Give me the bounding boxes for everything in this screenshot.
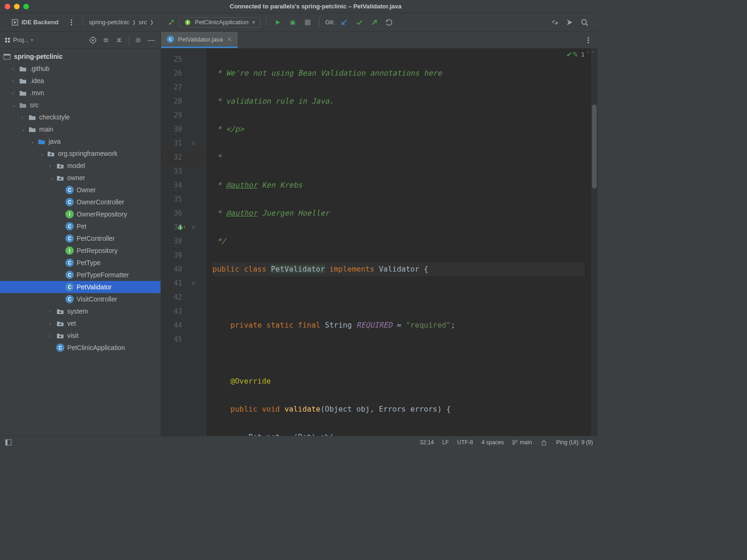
project-tree[interactable]: spring-petclinic›.github›.idea›.mvn⌄src›… <box>0 49 161 436</box>
gutter-line-number[interactable]: 28 <box>161 94 205 108</box>
tree-item[interactable]: ›.github <box>0 63 161 75</box>
tree-arrow-icon[interactable]: › <box>49 333 56 338</box>
breadcrumb-segment[interactable]: spring-petclinic <box>89 19 129 26</box>
gutter[interactable]: 25262728293031⊟323334353637⊟I↑38394041⊟4… <box>161 49 206 436</box>
file-encoding[interactable]: UTF-8 <box>457 439 473 446</box>
gutter-line-number[interactable]: 40 <box>161 262 205 276</box>
git-branch[interactable]: main <box>512 439 532 446</box>
run-anything-icon[interactable] <box>564 17 575 28</box>
tree-root[interactable]: spring-petclinic <box>0 50 161 63</box>
fold-icon[interactable]: ⊟ <box>192 136 195 150</box>
tree-item[interactable]: ›model <box>0 160 161 172</box>
tree-item[interactable]: ⌄main <box>0 123 161 135</box>
gutter-line-number[interactable]: 36 <box>161 206 205 220</box>
tree-arrow-icon[interactable]: › <box>12 66 19 71</box>
line-separator[interactable]: LF <box>442 439 449 446</box>
tree-item[interactable]: ›.mvn <box>0 87 161 99</box>
expand-all-icon[interactable] <box>100 35 112 46</box>
hide-panel-icon[interactable]: — <box>146 35 157 46</box>
kebab-menu-icon[interactable] <box>66 17 77 28</box>
tree-arrow-icon[interactable]: › <box>49 309 56 314</box>
search-icon[interactable] <box>579 17 590 28</box>
tree-item[interactable]: IPetRepository <box>0 245 161 257</box>
tree-arrow-icon[interactable]: › <box>49 163 56 168</box>
tree-item[interactable]: ›.idea <box>0 75 161 87</box>
fold-icon[interactable]: ⊟ <box>192 276 195 290</box>
scrollbar-thumb[interactable] <box>592 105 597 189</box>
gutter-line-number[interactable]: 37⊟I↑ <box>161 220 205 234</box>
gutter-line-number[interactable]: 38 <box>161 234 205 248</box>
tree-item[interactable]: CPetController <box>0 232 161 245</box>
tree-arrow-icon[interactable]: ⌄ <box>12 103 19 108</box>
gutter-line-number[interactable]: 43 <box>161 304 205 318</box>
editor-tab[interactable]: C PetValidator.java ✕ <box>161 32 238 48</box>
collapse-all-icon[interactable] <box>113 35 125 46</box>
tree-item[interactable]: CVisitController <box>0 293 161 305</box>
run-button[interactable] <box>272 17 283 28</box>
gutter-line-number[interactable]: 45 <box>161 332 205 346</box>
indent-setting[interactable]: 4 spaces <box>481 439 504 446</box>
settings-icon[interactable] <box>549 17 560 28</box>
git-push-icon[interactable] <box>368 17 380 28</box>
tree-item[interactable]: CPetValidator <box>0 281 161 293</box>
gutter-line-number[interactable]: 29 <box>161 108 205 122</box>
chevron-up-icon[interactable]: ˆ <box>587 51 589 58</box>
gutter-line-number[interactable]: 33 <box>161 164 205 178</box>
tree-item[interactable]: COwnerController <box>0 196 161 208</box>
tree-arrow-icon[interactable]: › <box>21 115 28 120</box>
tree-item[interactable]: ›visit <box>0 329 161 342</box>
breadcrumb-segment[interactable]: src <box>139 19 147 26</box>
run-config-selector[interactable]: PetClinicApplication ▾ <box>179 17 261 28</box>
tree-arrow-icon[interactable]: › <box>12 78 19 84</box>
gutter-line-number[interactable]: 27 <box>161 80 205 94</box>
tree-item[interactable]: CPetTypeFormatter <box>0 269 161 281</box>
tree-item[interactable]: IOwnerRepository <box>0 208 161 220</box>
gutter-line-number[interactable]: 25 <box>161 52 205 66</box>
close-window-button[interactable] <box>5 4 10 9</box>
gutter-line-number[interactable]: 30 <box>161 122 205 136</box>
git-update-icon[interactable] <box>338 17 350 28</box>
read-only-icon[interactable] <box>540 439 548 446</box>
tree-arrow-icon[interactable]: ⌄ <box>31 139 37 144</box>
build-icon[interactable] <box>168 19 175 26</box>
tree-arrow-icon[interactable]: ⌄ <box>40 151 47 156</box>
gutter-line-number[interactable]: 34 <box>161 178 205 192</box>
code-content[interactable]: * We're not using Bean Validation annota… <box>206 49 591 436</box>
tree-item[interactable]: ›vet <box>0 317 161 329</box>
gutter-line-number[interactable]: 31⊟ <box>161 136 205 150</box>
git-history-icon[interactable] <box>383 17 395 28</box>
gutter-line-number[interactable]: 35 <box>161 192 205 206</box>
override-icon[interactable]: I↑ <box>178 220 186 234</box>
fold-icon[interactable]: ⊟ <box>192 220 195 234</box>
tree-item[interactable]: ⌄org.springframework <box>0 147 161 160</box>
gutter-line-number[interactable]: 42 <box>161 290 205 304</box>
tree-item[interactable]: CPet <box>0 220 161 232</box>
tree-item[interactable]: ⌄src <box>0 99 161 111</box>
debug-button[interactable] <box>287 17 298 28</box>
tree-item[interactable]: CPetClinicApplication <box>0 342 161 354</box>
tree-item[interactable]: CPetType <box>0 257 161 269</box>
close-tab-icon[interactable]: ✕ <box>227 36 232 43</box>
gutter-line-number[interactable]: 32 <box>161 150 205 164</box>
tree-item[interactable]: ⌄java <box>0 135 161 147</box>
gutter-line-number[interactable]: 44 <box>161 318 205 332</box>
tree-arrow-icon[interactable]: ⌄ <box>21 127 28 132</box>
gutter-line-number[interactable]: 39 <box>161 248 205 262</box>
tree-item[interactable]: COwner <box>0 184 161 196</box>
gear-icon[interactable] <box>133 35 144 46</box>
tree-arrow-icon[interactable]: › <box>12 91 19 96</box>
cursor-position[interactable]: 32:14 <box>420 439 434 446</box>
tool-windows-icon[interactable] <box>5 439 12 446</box>
editor-scrollbar[interactable] <box>591 49 598 436</box>
tree-arrow-icon[interactable]: › <box>49 321 56 326</box>
project-title-button[interactable]: Proj... ▾ <box>4 36 85 44</box>
minimize-window-button[interactable] <box>14 4 20 9</box>
inspection-widget[interactable]: ✔✎ 1 ˆ ˇ <box>566 50 594 59</box>
git-commit-icon[interactable] <box>353 17 365 28</box>
gutter-line-number[interactable]: 41⊟ <box>161 276 205 290</box>
tree-arrow-icon[interactable]: ⌄ <box>49 175 56 181</box>
tree-item[interactable]: ›system <box>0 305 161 317</box>
tree-item[interactable]: ›checkstyle <box>0 111 161 123</box>
zoom-window-button[interactable] <box>23 4 29 9</box>
gutter-line-number[interactable]: 26 <box>161 66 205 80</box>
